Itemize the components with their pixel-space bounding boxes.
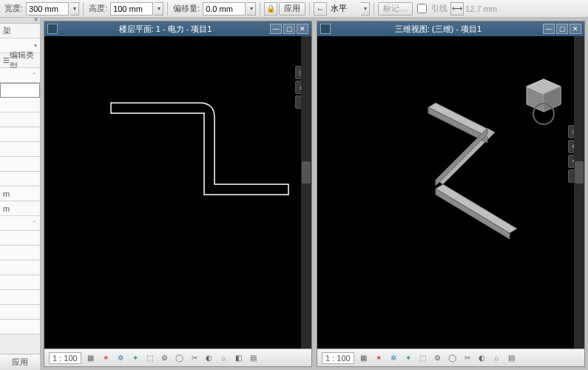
sidebar-row [0,275,40,290]
status-icon[interactable]: ⚙ [160,353,170,363]
tag-button[interactable]: 标记… [378,2,413,16]
leader-icon: ⟷ [450,2,464,16]
plan-statusbar: 1 : 100 ▦ ✶ ✲ ✦ ⬚ ⚙ ◯ ✂ ◐ ⌂ ◧ ▤ [44,349,311,366]
plan-view-title: 楼层平面: 1 - 电力 - 项目1 [62,24,268,35]
sidebar-row [0,157,40,172]
sidebar-row [0,142,40,157]
3d-geometry [413,81,561,273]
status-icon[interactable]: ▤ [249,353,259,363]
status-icon[interactable]: ▦ [86,353,96,363]
status-icon[interactable]: ✂ [462,353,473,363]
sidebar-row: ⌃ [0,216,40,231]
scrollbar-vertical[interactable] [574,36,584,349]
scale-selector[interactable]: 1 : 100 [49,352,81,364]
sidebar-row: ⌃ [0,68,40,83]
sidebar-apply-button[interactable]: 应用 [0,354,40,370]
close-button[interactable]: ✕ [297,24,308,34]
plan-geometry [104,95,311,229]
maximize-button[interactable]: ▢ [556,24,568,34]
3d-view-titlebar[interactable]: 三维视图: (三维) - 项目1 — ▢ ✕ [317,21,584,36]
sidebar-edit-type[interactable]: ☰ 编辑类型 [0,53,40,68]
status-icon[interactable]: ◧ [234,353,244,363]
height-dropdown[interactable]: ▾ [155,2,163,16]
sidebar-input[interactable] [0,83,40,98]
3d-view-pane: 三维视图: (三维) - 项目1 — ▢ ✕ ◎ ✥ ⟲ [317,21,585,367]
status-icon[interactable]: ◯ [447,353,458,363]
svg-marker-8 [436,128,487,186]
status-icon[interactable]: ◯ [175,353,185,363]
svg-marker-9 [436,189,510,239]
offset-label: 偏移量: [172,3,201,14]
scrollbar-vertical[interactable] [301,36,311,349]
status-icon[interactable]: ✶ [101,353,111,363]
leader-checkbox[interactable] [417,4,427,13]
width-input[interactable] [26,2,69,16]
sidebar-row [0,290,40,305]
sidebar-row [0,127,40,142]
height-label: 高度: [87,3,109,14]
3d-view-title: 三维视图: (三维) - 项目1 [335,24,541,35]
options-toolbar: 宽度: ▾ 高度: ▾ 偏移量: ▾ 🔒 应用 ⌙ ▾ 标记… 引线 ⟷ 12.… [0,0,588,18]
sidebar-close[interactable] [0,18,40,24]
status-icon[interactable]: ⚙ [433,353,443,363]
sidebar-row [0,305,40,320]
plan-view-titlebar[interactable]: 楼层平面: 1 - 电力 - 项目1 — ▢ ✕ [44,21,311,36]
sidebar-row [0,246,40,260]
sidebar-row: m [0,186,40,201]
3d-statusbar: 1 : 100 ▦ ✶ ✲ ✦ ⬚ ⚙ ◯ ✂ ◐ ⌂ ▤ [317,349,584,366]
sidebar-row: 架 [0,24,40,38]
lock-icon[interactable]: 🔒 [264,2,277,16]
sidebar-row [0,231,40,246]
status-icon[interactable]: ✂ [189,353,200,363]
plan-canvas[interactable]: ◎ ▸ · [44,36,311,349]
apply-button[interactable]: 应用 [279,2,305,16]
status-icon[interactable]: ⌂ [492,353,502,363]
close-button[interactable]: ✕ [570,24,581,34]
status-icon[interactable]: ⬚ [418,353,428,363]
height-input[interactable] [110,2,153,16]
width-dropdown[interactable]: ▾ [70,2,79,16]
offset-input[interactable] [203,2,246,16]
justify-icon[interactable]: ⌙ [314,2,327,16]
sidebar-row [0,98,40,112]
sidebar-row: m [0,201,40,216]
sidebar-row [0,172,40,186]
view-icon [47,24,58,34]
3d-canvas[interactable]: ◎ ✥ ⟲ · [317,36,584,349]
sidebar-row [0,260,40,275]
plan-view-pane: 楼层平面: 1 - 电力 - 项目1 — ▢ ✕ ◎ ▸ · 1 : 100 ▦ [44,21,312,367]
status-icon[interactable]: ◐ [477,353,487,363]
properties-sidebar: 架 ▾ ☰ 编辑类型 ⌃ m m ⌃ 应用 [0,18,41,370]
status-icon[interactable]: ✲ [388,353,399,363]
leader-dim: 12.7 mm [465,4,497,13]
status-icon[interactable]: ✲ [115,353,126,363]
sidebar-row [0,320,40,334]
sidebar-row [0,112,40,127]
minimize-button[interactable]: — [270,24,282,34]
view-icon [320,24,331,34]
offset-dropdown[interactable]: ▾ [247,2,256,16]
status-icon[interactable]: ⬚ [145,353,155,363]
status-icon[interactable]: ⌂ [219,353,229,363]
status-icon[interactable]: ✶ [374,353,384,363]
status-icon[interactable]: ✦ [403,353,413,363]
maximize-button[interactable]: ▢ [283,24,295,34]
status-icon[interactable]: ◐ [204,353,214,363]
svg-marker-6 [436,184,517,233]
status-icon[interactable]: ✦ [130,353,141,363]
width-label: 宽度: [3,3,24,14]
justify-select[interactable] [328,2,359,16]
status-icon[interactable]: ▤ [507,353,517,363]
scale-selector[interactable]: 1 : 100 [322,352,354,364]
status-icon[interactable]: ▦ [359,353,369,363]
minimize-button[interactable]: — [543,24,555,34]
leader-label: 引线 [430,3,449,14]
justify-dropdown[interactable]: ▾ [361,2,370,16]
